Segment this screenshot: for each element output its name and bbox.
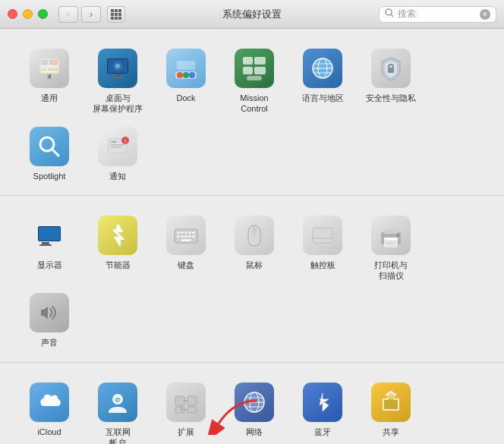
pref-keyboard[interactable]: 键盘 [152,209,220,288]
pref-dock[interactable]: Dock [152,43,220,121]
svg-rect-1 [115,9,118,12]
grid-view-button[interactable] [107,6,125,23]
svg-rect-83 [187,407,197,413]
svg-rect-68 [313,228,332,243]
back-button[interactable]: ‹ [58,6,78,23]
svg-rect-73 [384,238,398,240]
pref-sharing-label: 共享 [383,427,399,437]
svg-text:通: 通 [47,74,52,79]
pref-network[interactable]: 网络 [220,376,288,444]
svg-rect-59 [192,231,195,234]
minimize-button[interactable] [23,9,33,19]
svg-rect-2 [118,9,121,12]
svg-rect-31 [254,57,266,65]
svg-rect-17 [48,68,58,71]
svg-rect-74 [386,242,395,243]
svg-rect-65 [181,239,191,241]
pref-security[interactable]: 安全性与隐私 [357,43,425,121]
pref-spotlight[interactable]: Spotlight [15,121,83,187]
pref-desktop[interactable]: 桌面与屏幕保护程序 [83,43,152,121]
svg-rect-52 [42,242,49,244]
close-button[interactable] [8,9,17,19]
svg-rect-14 [49,60,58,65]
pref-sound[interactable]: 声音 [15,287,83,354]
svg-rect-58 [188,231,191,234]
svg-rect-63 [188,235,191,238]
pref-internetaccounts[interactable]: @ 互联网帐户 [83,376,152,444]
pref-general[interactable]: 通 通用 [15,43,83,121]
pref-extensions[interactable]: 扩展 [152,376,220,444]
svg-rect-0 [111,9,114,12]
pref-notification-label: 通知 [109,171,126,181]
pref-language-label: 语言与地区 [302,93,344,103]
svg-rect-60 [177,235,180,238]
svg-rect-75 [386,244,392,244]
pref-printer[interactable]: 打印机与扫描仪 [357,209,425,288]
svg-rect-61 [181,235,184,238]
svg-rect-45 [111,141,117,143]
pref-icloud[interactable]: iCloud [15,376,83,444]
titlebar: ‹ › 系统偏好设置 搜索 ✕ [0,0,504,29]
forward-button[interactable]: › [81,6,101,23]
svg-rect-51 [39,227,60,241]
pref-trackpad[interactable]: 触控板 [288,209,357,288]
svg-point-9 [386,9,392,15]
svg-rect-81 [187,396,197,405]
internet-grid: iCloud @ 互联网帐户 [15,376,489,444]
svg-point-22 [115,64,120,68]
pref-mouse[interactable]: 鼠标 [220,209,288,288]
svg-rect-6 [111,17,114,20]
svg-rect-62 [184,235,187,238]
search-icon [385,8,394,20]
pref-bluetooth[interactable]: 蓝牙 [288,376,357,444]
internet-section: iCloud @ 互联网帐户 [0,363,504,444]
svg-rect-53 [39,244,52,246]
svg-rect-32 [243,67,253,74]
svg-rect-30 [243,57,253,65]
svg-rect-47 [111,146,121,148]
svg-point-28 [189,72,195,78]
pref-extensions-label: 扩展 [178,427,194,437]
pref-general-label: 通用 [41,93,58,103]
svg-rect-34 [247,76,262,80]
pref-network-label: 网络 [246,427,263,437]
pref-notification[interactable]: ! 通知 [83,121,152,187]
pref-icloud-label: iCloud [37,427,61,437]
pref-sharing[interactable]: 共享 [357,376,425,444]
svg-rect-29 [177,61,195,70]
window-title: 系统偏好设置 [222,8,282,21]
search-clear-button[interactable]: ✕ [480,9,490,20]
pref-internetaccounts-label: 互联网帐户 [106,427,131,444]
pref-mission[interactable]: MissionControl [220,43,288,121]
svg-rect-3 [111,13,114,16]
svg-rect-67 [252,228,257,233]
hardware-grid: 显示器 节能器 [15,209,489,354]
svg-rect-5 [118,13,121,16]
hardware-section: 显示器 节能器 [0,196,504,363]
maximize-button[interactable] [38,9,48,19]
svg-line-43 [52,150,58,156]
svg-rect-16 [41,68,47,71]
svg-rect-57 [184,231,187,234]
window-controls [8,9,48,19]
svg-rect-71 [384,229,398,234]
search-placeholder: 搜索 [398,8,476,20]
preferences-content: 通 通用 [0,29,504,444]
pref-dock-label: Dock [176,93,195,103]
pref-language[interactable]: 语言与地区 [288,43,357,121]
pref-printer-label: 打印机与扫描仪 [374,260,408,282]
pref-trackpad-label: 触控板 [310,260,335,270]
svg-point-27 [183,72,189,78]
svg-rect-33 [254,67,266,74]
pref-bluetooth-label: 蓝牙 [314,427,331,437]
pref-energy[interactable]: 节能器 [83,209,152,288]
search-bar[interactable]: 搜索 ✕ [379,6,496,23]
pref-energy-label: 节能器 [106,260,131,270]
svg-rect-4 [115,13,118,16]
pref-keyboard-label: 键盘 [178,260,194,270]
pref-display[interactable]: 显示器 [15,209,83,288]
svg-rect-13 [41,60,49,65]
svg-rect-15 [41,66,58,67]
pref-security-label: 安全性与隐私 [366,93,416,103]
nav-buttons: ‹ › [58,6,101,23]
